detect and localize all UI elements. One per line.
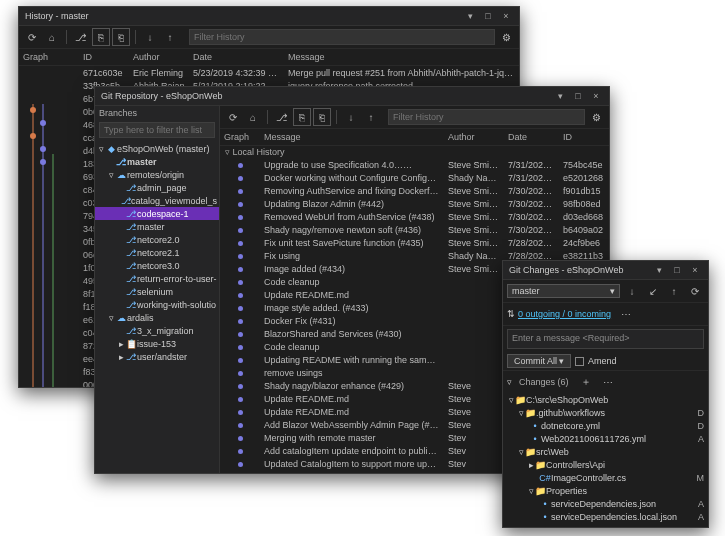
fetch-icon[interactable]: ↓ [623,282,641,300]
tree-item[interactable]: ⎇working-with-solutio [95,298,219,311]
tree-item[interactable]: ▿☁remotes/origin [95,168,219,181]
stage-icon[interactable]: ＋ [577,373,595,391]
outgoing-incoming-link[interactable]: 0 outgoing / 0 incoming [518,309,611,319]
chevron-down-icon[interactable]: ▿ [507,377,515,387]
refresh-icon[interactable]: ⟳ [23,28,41,46]
col-author[interactable]: Author [444,131,504,143]
push-icon[interactable]: ↑ [362,108,380,126]
tree-item[interactable]: ⎇catalog_viewmodel_s [95,194,219,207]
branch-icon[interactable]: ⎇ [273,108,291,126]
tree-item[interactable]: ⎇netcore3.0 [95,259,219,272]
col-author[interactable]: Author [129,51,189,63]
branch-selector[interactable]: master ▾ [507,284,620,298]
tree-item[interactable]: ⎇netcore2.1 [95,246,219,259]
commit-row[interactable]: Removing AuthService and fixing Dockerfi… [220,184,609,197]
refresh-icon[interactable]: ⟳ [224,108,242,126]
pull-icon[interactable]: ↓ [141,28,159,46]
pull-icon[interactable]: ↓ [342,108,360,126]
panel-title: Git Repository - eShopOnWeb [101,91,222,101]
file-item[interactable]: ▿📁src\Web [505,445,706,458]
commit-row[interactable]: 671c603eEric Fleming5/23/2019 4:32:39 PM… [19,66,519,79]
tree-item[interactable]: ⎇codespace-1 [95,207,219,220]
panel-title: History - master [25,11,89,21]
commit-row[interactable]: Removed WebUrl from AuthService (#438)St… [220,210,609,223]
tree-item[interactable]: ⎇netcore2.0 [95,233,219,246]
close-icon[interactable]: × [499,10,513,22]
sync-icon[interactable]: ⟳ [686,282,704,300]
col-graph[interactable]: Graph [220,131,260,143]
filter-icon[interactable]: ⚙ [587,108,605,126]
close-icon[interactable]: × [589,90,603,102]
tree-item[interactable]: ▸📋issue-153 [95,337,219,350]
changes-label: Changes (6) [519,377,569,387]
pull-icon[interactable]: ↙ [644,282,662,300]
tree-item[interactable]: ⎇admin_page [95,181,219,194]
amend-checkbox[interactable] [575,357,584,366]
commit-all-button[interactable]: Commit All ▾ [507,354,571,368]
col-date[interactable]: Date [189,51,284,63]
close-icon[interactable]: × [688,264,702,276]
dropdown-icon[interactable]: ▾ [652,264,666,276]
tree-item[interactable]: ▿◆eShopOnWeb (master) [95,142,219,155]
commit-message-input[interactable]: Enter a message <Required> [507,329,704,349]
tree-item[interactable]: ⎇return-error-to-user- [95,272,219,285]
filter-history-input[interactable] [189,29,495,45]
commit-row[interactable]: Docker working without Configure Configu… [220,171,609,184]
col-graph[interactable]: Graph [19,51,79,63]
filter-history-input[interactable] [388,109,585,125]
more-icon[interactable]: ⋯ [599,373,617,391]
col-message[interactable]: Message [284,51,519,63]
file-item[interactable]: ▿📁C:\src\eShopOnWeb [505,393,706,406]
file-item[interactable]: ▿📁Properties [505,484,706,497]
maximize-icon[interactable]: □ [571,90,585,102]
commit-row[interactable]: Shady nagy/remove newton soft (#436)Stev… [220,223,609,236]
file-item[interactable]: •dotnetcore.ymlD [505,419,706,432]
file-item[interactable]: ▸📁Controllers\Api [505,458,706,471]
dropdown-icon[interactable]: ▾ [553,90,567,102]
view-toggle-icon[interactable]: ⎘ [293,108,311,126]
filter-icon[interactable]: ⚙ [497,28,515,46]
sync-icon: ⇅ [507,309,515,319]
file-item[interactable]: •Web20211006111726.ymlA [505,432,706,445]
amend-label: Amend [588,356,617,366]
tree-item[interactable]: ⎇master [95,220,219,233]
file-item[interactable]: •serviceDependencies.jsonA [505,497,706,510]
tree-item[interactable]: ⎇3_x_migration [95,324,219,337]
tree-item[interactable]: ▸⎇user/andster [95,350,219,363]
panel-title: Git Changes - eShopOnWeb [509,265,623,275]
commit-row[interactable]: Updating Blazor Admin (#442)Steve Smi…7/… [220,197,609,210]
branch-icon[interactable]: ⎇ [72,28,90,46]
push-icon[interactable]: ↑ [161,28,179,46]
home-icon[interactable]: ⌂ [43,28,61,46]
col-id[interactable]: ID [559,131,609,143]
file-item[interactable]: C#ImageController.csM [505,471,706,484]
view-toggle-icon[interactable]: ⎗ [112,28,130,46]
branches-label: Branches [95,106,219,120]
tree-filter-input[interactable] [99,122,215,138]
file-item[interactable]: •serviceDependencies.local.jsonA [505,510,706,523]
col-message[interactable]: Message [260,131,444,143]
local-history-section[interactable]: ▿ Local History [220,146,609,158]
file-item[interactable]: C#Program.csM [505,523,706,528]
maximize-icon[interactable]: □ [481,10,495,22]
col-date[interactable]: Date [504,131,559,143]
col-id[interactable]: ID [79,51,129,63]
view-toggle-icon[interactable]: ⎗ [313,108,331,126]
more-icon[interactable]: ⋯ [617,305,635,323]
commit-row[interactable]: Upgrade to use Specification 4.0…origin/… [220,158,609,171]
maximize-icon[interactable]: □ [670,264,684,276]
tree-item[interactable]: ⎇master [95,155,219,168]
tree-item[interactable]: ⎇selenium [95,285,219,298]
push-icon[interactable]: ↑ [665,282,683,300]
file-item[interactable]: ▿📁.github\workflowsD [505,406,706,419]
home-icon[interactable]: ⌂ [244,108,262,126]
view-toggle-icon[interactable]: ⎘ [92,28,110,46]
tree-item[interactable]: ▿☁ardalis [95,311,219,324]
commit-row[interactable]: Fix unit test SavePicture function (#435… [220,236,609,249]
dropdown-icon[interactable]: ▾ [463,10,477,22]
